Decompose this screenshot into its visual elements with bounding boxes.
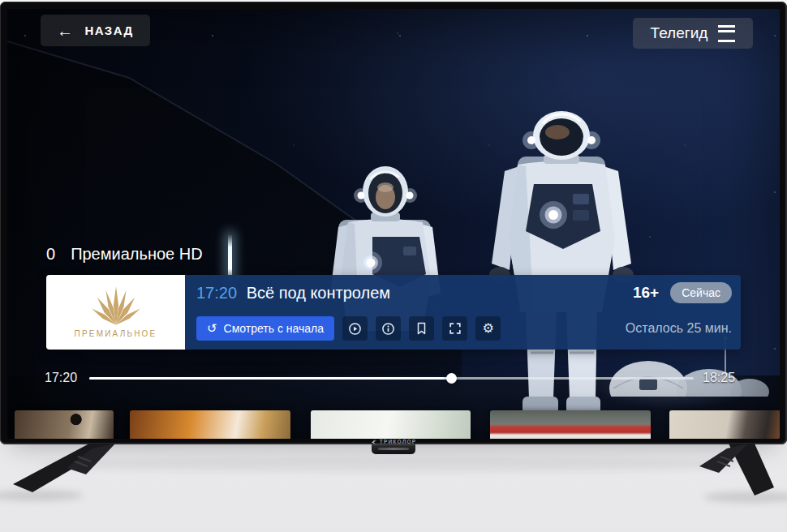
guide-label: Телегид — [651, 24, 708, 42]
menu-icon — [718, 25, 735, 42]
fullscreen-button[interactable] — [442, 316, 467, 341]
program-info-panel: 17:20 Всё под контролем 16+ Сейчас ↺ Смо… — [185, 275, 741, 350]
progress-handle[interactable] — [446, 373, 457, 384]
program-title: 17:20 Всё под контролем — [196, 284, 621, 302]
arrow-left-icon: ← — [57, 23, 74, 39]
restart-icon: ↺ — [207, 323, 217, 335]
gear-icon: ⚙ — [482, 322, 493, 335]
channel-thumbnail[interactable] — [669, 410, 780, 439]
channel-thumbnail[interactable] — [311, 410, 471, 439]
channel-thumbnail[interactable] — [130, 410, 290, 439]
program-title-text: Всё под контролем — [247, 284, 390, 302]
info-icon — [381, 322, 395, 336]
now-badge: Сейчас — [670, 282, 732, 303]
watch-from-start-button[interactable]: ↺ Смотреть с начала — [196, 316, 334, 341]
photo-stage: ← НАЗАД Телегид 0 Премиальное HD — [0, 0, 787, 532]
channel-logo-text: ПРЕМИАЛЬНОЕ — [75, 329, 157, 338]
tv-frame: ← НАЗАД Телегид 0 Премиальное HD — [0, 2, 787, 444]
channel-label: 0 Премиальное HD — [46, 245, 203, 264]
channel-thumbnail[interactable] — [15, 410, 114, 439]
progress-fill — [89, 377, 452, 380]
timeline-start-label: 17:20 — [45, 371, 77, 385]
bookmark-icon — [415, 322, 428, 335]
premium-crown-icon — [89, 286, 143, 327]
timeline-end-label: 18:25 — [703, 371, 735, 385]
age-rating-badge: 16+ — [633, 284, 659, 302]
settings-button[interactable]: ⚙ — [475, 316, 501, 341]
program-card: ПРЕМИАЛЬНОЕ 17:20 Всё под контролем 16+ … — [46, 275, 741, 350]
watch-from-start-label: Смотреть с начала — [224, 322, 324, 335]
tv-screen: ← НАЗАД Телегид 0 Премиальное HD — [7, 9, 780, 439]
channel-name: Премиальное HD — [71, 245, 203, 264]
play-circle-button[interactable] — [342, 316, 368, 341]
channel-number: 0 — [46, 245, 55, 264]
fullscreen-icon — [449, 322, 462, 335]
back-button[interactable]: ← НАЗАД — [41, 15, 150, 46]
remaining-time: Осталось 25 мин. — [626, 321, 732, 336]
info-button[interactable] — [376, 316, 401, 341]
channel-thumbnail[interactable] — [490, 410, 651, 439]
tv-stand-legs — [0, 442, 787, 532]
play-circle-icon — [348, 322, 362, 336]
bookmark-button[interactable] — [409, 316, 434, 341]
progress-bar[interactable] — [89, 377, 694, 380]
program-start-time: 17:20 — [196, 284, 237, 302]
back-label: НАЗАД — [84, 24, 133, 37]
tv-guide-button[interactable]: Телегид — [633, 18, 753, 49]
channel-logo: ПРЕМИАЛЬНОЕ — [46, 275, 185, 350]
playback-timeline: 17:20 18:25 — [7, 369, 780, 393]
